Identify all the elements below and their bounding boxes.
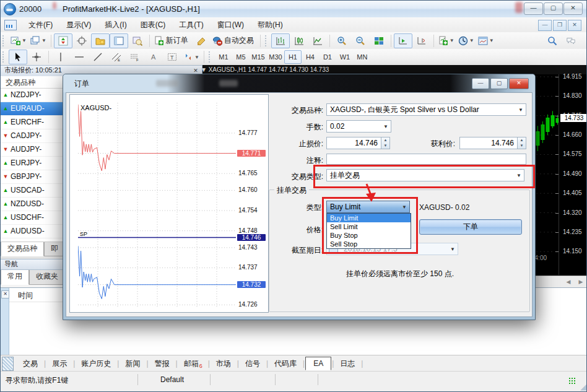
menu-item[interactable]: 显示(V) (59, 18, 98, 32)
new-chart-button[interactable]: ▼ (9, 33, 28, 48)
timeframe-M1[interactable]: M1 (215, 50, 232, 64)
close-button[interactable]: ✕ (563, 2, 583, 15)
resize-grip[interactable]: ◢ (580, 382, 586, 391)
favorites-button[interactable] (91, 33, 110, 48)
dropdown-option-sell-limit[interactable]: Sell Limit (327, 222, 411, 231)
menu-item[interactable]: 插入(I) (98, 18, 133, 32)
chart-title-bar[interactable]: ▼ XAGUSD-,H1 14.747 14.747 14.730 14.733 (198, 65, 587, 74)
dropdown-option-buy-stop[interactable]: Buy Stop (327, 231, 411, 240)
child-close-button[interactable]: ✕ (568, 20, 581, 31)
equidistant-channel-tool-button[interactable]: E (107, 50, 126, 64)
terminal-tab-icon[interactable] (2, 357, 14, 371)
tab-展示[interactable]: 展示 (46, 357, 72, 371)
tab-新闻[interactable]: 新闻 (120, 357, 146, 371)
menu-item[interactable]: 工具(T) (172, 18, 210, 32)
tab-代码库[interactable]: 代码库 (269, 357, 302, 371)
take-profit-stepper[interactable]: ▲▼ (517, 137, 526, 149)
vertical-line-tool-button[interactable] (51, 50, 70, 64)
tile-windows-button[interactable] (370, 33, 388, 48)
tab-账户历史[interactable]: 账户历史 (76, 357, 116, 371)
tab-日志[interactable]: 日志 (334, 357, 360, 371)
crosshair-target-button[interactable] (72, 33, 91, 48)
tab-交易品种[interactable]: 交易品种 (1, 242, 44, 256)
autotrading-button[interactable]: 自动交易 (211, 33, 258, 48)
timeframe-M5[interactable]: M5 (232, 50, 250, 64)
child-minimize-button[interactable]: — (538, 20, 552, 31)
stop-loss-input[interactable]: 14.746 (326, 137, 381, 149)
dialog-restore-button[interactable]: ▢ (490, 78, 508, 89)
crosshair-tool-button[interactable] (27, 50, 46, 64)
take-profit-label: 获利价: (388, 139, 455, 149)
tab-警报[interactable]: 警报 (149, 357, 175, 371)
tab-信号[interactable]: 信号 (240, 357, 266, 371)
periods-button[interactable]: ▼ (456, 33, 476, 48)
candlestick-chart-button[interactable] (290, 33, 308, 48)
bar-chart-button[interactable] (271, 33, 290, 48)
tab-即[interactable]: 即 (44, 242, 65, 256)
restore-button[interactable]: ▢ (544, 2, 563, 15)
tab-常用[interactable]: 常用 (1, 270, 29, 285)
menu-item[interactable]: 帮助(H) (251, 18, 290, 32)
dialog-minimize-button[interactable]: — (472, 78, 489, 89)
comment-input[interactable] (326, 154, 526, 165)
tab-收藏夹[interactable]: 收藏夹 (29, 270, 65, 285)
trade-type-select[interactable]: 挂单交易▼ (326, 169, 524, 181)
text-tool-button[interactable]: A (144, 50, 163, 64)
dropdown-option-buy-limit[interactable]: Buy Limit (327, 214, 411, 222)
horizontal-line-tool-button[interactable] (70, 50, 89, 64)
close-icon[interactable]: ✕ (1, 290, 9, 298)
volume-select[interactable]: 0.02▼ (326, 120, 391, 133)
text-label-tool-button[interactable]: T (163, 50, 181, 64)
watermark-smudge (219, 80, 238, 87)
panel-toggle-button[interactable] (110, 33, 128, 48)
symbol-select[interactable]: XAGUSD-, 白银美元 Spot Silver vs US Dollar▼ (326, 103, 526, 116)
timeframe-D1[interactable]: D1 (319, 50, 336, 64)
dialog-close-button[interactable]: ✕ (509, 78, 529, 89)
dropdown-option-sell-stop[interactable]: Sell Stop (327, 240, 411, 248)
child-restore-button[interactable]: ❐ (553, 20, 567, 31)
menu-item[interactable]: 文件(F) (22, 18, 59, 32)
new-order-button[interactable]: 新订单 (152, 33, 192, 48)
cursor-tool-button[interactable] (9, 50, 27, 64)
status-profile[interactable]: Default (160, 375, 184, 384)
place-order-button[interactable]: 下单 (419, 219, 522, 235)
chat-icon[interactable] (562, 33, 580, 48)
profiles-button[interactable]: ▼ (28, 33, 48, 48)
order-dialog-title-bar[interactable]: 订单 — ▢ ✕ (63, 74, 535, 92)
scroll-right-icon[interactable]: ▶ (576, 277, 586, 286)
tab-EA[interactable]: EA (305, 357, 331, 370)
symbol-name: EURCHF- (11, 116, 44, 129)
timeframe-MN[interactable]: MN (354, 50, 371, 64)
indicators-button[interactable]: ▼ (437, 33, 456, 48)
line-studies-toolbar: E F A T ▼ M1M5M15M30H1H4D1W1MN (1, 49, 586, 66)
zoom-out-button[interactable] (351, 33, 370, 48)
timeframe-H4[interactable]: H4 (302, 50, 319, 64)
templates-button[interactable]: ▼ (476, 33, 496, 48)
scroll-left-icon[interactable]: ◀ (563, 277, 573, 286)
search-icon[interactable] (543, 33, 562, 48)
chart-shift-button[interactable] (412, 33, 431, 48)
tab-邮箱[interactable]: 邮箱6 (178, 357, 207, 371)
minimize-button[interactable]: — (524, 2, 543, 15)
timeframe-M15[interactable]: M15 (250, 50, 267, 64)
fibonacci-tool-button[interactable]: F (126, 50, 144, 64)
metaeditor-button[interactable] (192, 33, 211, 48)
timeframe-M30[interactable]: M30 (267, 50, 284, 64)
trendline-tool-button[interactable] (89, 50, 107, 64)
market-watch-toggle-button[interactable] (54, 33, 72, 48)
timeframe-H1[interactable]: H1 (284, 50, 302, 64)
auto-scroll-button[interactable] (394, 33, 412, 48)
tab-交易[interactable]: 交易 (17, 357, 43, 371)
timeframe-W1[interactable]: W1 (336, 50, 354, 64)
menu-item[interactable]: 图表(C) (134, 18, 173, 32)
chart-price-scale[interactable]: 14.91514.83014.74514.66014.57514.49014.4… (559, 74, 587, 275)
zoom-in-button[interactable] (333, 33, 351, 48)
menu-item[interactable]: 窗口(W) (211, 18, 251, 32)
arrows-tool-button[interactable]: ▼ (181, 50, 201, 64)
strategy-tester-button[interactable] (128, 33, 147, 48)
line-chart-button[interactable] (308, 33, 327, 48)
price-scale-tick (555, 193, 559, 194)
take-profit-input[interactable]: 14.746 (459, 137, 518, 149)
pending-group-label: 挂单交易 (274, 185, 309, 196)
tab-市场[interactable]: 市场 (211, 357, 237, 371)
